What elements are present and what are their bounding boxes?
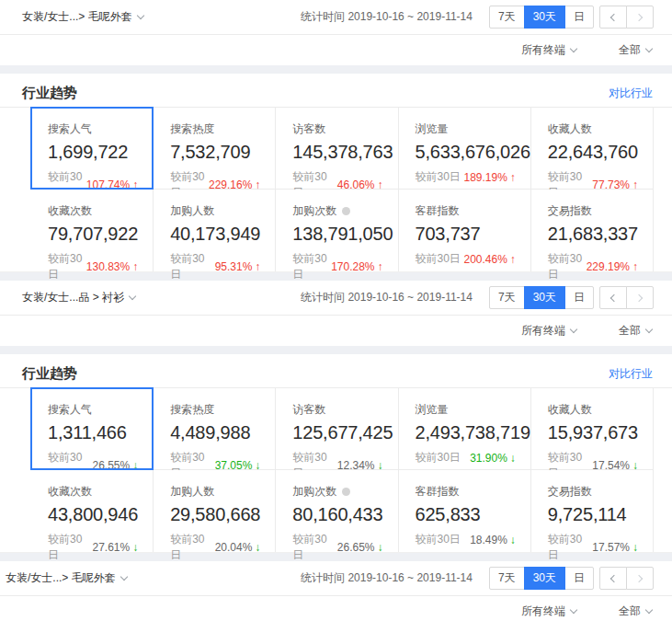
metric-card-search-heat[interactable]: 搜索热度 4,489,988 较前30日37.05% <box>154 388 276 470</box>
trend-up-icon <box>255 260 260 273</box>
metric-label: 加购人数 <box>170 203 214 219</box>
stat-time: 统计时间 2019-10-16 ~ 2019-11-14 <box>301 9 473 25</box>
metric-card-transaction-index[interactable]: 交易指数 9,725,114 较前30日17.57% <box>531 470 654 552</box>
scope-filter-label: 全部 <box>619 604 641 617</box>
scope-filter-dropdown[interactable]: 全部 <box>619 42 652 58</box>
range-7d-button[interactable]: 7天 <box>489 286 525 309</box>
terminal-filter-dropdown[interactable]: 所有终端 <box>521 42 576 58</box>
compare-label: 较前30日 <box>170 251 214 282</box>
info-dot-icon <box>342 207 350 215</box>
date-range-group: 7天 30天 日 <box>489 286 594 309</box>
metric-value: 4,489,988 <box>170 422 275 443</box>
section-coat: 女装/女士...> 毛呢外套 统计时间 2019-10-16 ~ 2019-11… <box>0 0 672 281</box>
metric-value: 145,378,763 <box>292 142 397 163</box>
metric-card-cart-count[interactable]: 加购次数 138,791,050 较前30日170.28% <box>276 190 398 271</box>
chevron-down-icon <box>129 293 136 300</box>
date-range-group: 7天 30天 日 <box>489 567 594 590</box>
metric-card-search-popularity[interactable]: 搜索人气 1,699,722 较前30日107.74% <box>31 108 154 190</box>
metric-card-pageviews[interactable]: 浏览量 5,633,676,026 较前30日189.19% <box>399 108 531 190</box>
terminal-filter-dropdown[interactable]: 所有终端 <box>521 604 576 619</box>
prev-period-button[interactable] <box>599 567 627 590</box>
scope-filter-label: 全部 <box>619 43 641 56</box>
metric-card-customer-index[interactable]: 客群指数 625,833 较前30日18.49% <box>399 470 531 552</box>
compare-label: 较前30日 <box>170 532 214 563</box>
metric-label: 搜索人气 <box>48 121 92 137</box>
metric-card-cart-users[interactable]: 加购人数 40,173,949 较前30日95.31% <box>154 190 276 271</box>
metric-label: 加购次数 <box>292 484 336 500</box>
metric-card-favorite-users[interactable]: 收藏人数 15,937,673 较前30日17.54% <box>531 388 654 470</box>
change-percent: 17.57% <box>592 541 630 554</box>
metric-card-cart-users[interactable]: 加购人数 29,580,668 较前30日20.04% <box>154 470 276 552</box>
change-percent: 200.46% <box>463 253 507 266</box>
metric-card-pageviews[interactable]: 浏览量 2,493,738,719 较前30日31.90% <box>399 388 531 470</box>
prev-period-button[interactable] <box>599 286 627 309</box>
range-30d-button[interactable]: 30天 <box>524 567 565 590</box>
category-breadcrumb[interactable]: 女装/女士...> 毛呢外套 <box>22 9 143 25</box>
stat-time-range: 2019-10-16 ~ 2019-11-14 <box>347 571 473 584</box>
chevron-down-icon <box>570 45 577 52</box>
metric-card-visitors[interactable]: 访客数 145,378,763 较前30日46.06% <box>276 108 398 190</box>
compare-label: 较前30日 <box>416 251 461 267</box>
stat-time: 统计时间 2019-10-16 ~ 2019-11-14 <box>301 570 473 586</box>
next-period-button[interactable] <box>626 6 654 29</box>
compare-label: 较前30日 <box>292 532 336 563</box>
metric-value: 703,737 <box>416 224 530 245</box>
next-period-button[interactable] <box>626 286 654 309</box>
compare-label: 较前30日 <box>416 169 461 185</box>
trend-down-icon <box>378 541 383 554</box>
panel-header: 行业趋势 对比行业 <box>0 74 672 107</box>
metric-label: 收藏次数 <box>48 203 92 219</box>
terminal-filter-label: 所有终端 <box>521 604 565 617</box>
panel-header: 行业趋势 对比行业 <box>0 354 672 387</box>
range-7d-button[interactable]: 7天 <box>489 6 525 29</box>
pager-group <box>599 6 654 29</box>
breadcrumb-text: 女装/女士...品 > 衬衫 <box>22 291 124 304</box>
pager-group <box>599 567 654 590</box>
compare-industry-link[interactable]: 对比行业 <box>609 366 653 382</box>
scope-filter-dropdown[interactable]: 全部 <box>619 323 652 339</box>
metric-card-search-popularity[interactable]: 搜索人气 1,311,466 较前30日26.55% <box>31 388 154 470</box>
metric-card-visitors[interactable]: 访客数 125,677,425 较前30日12.34% <box>276 388 398 470</box>
next-period-button[interactable] <box>626 567 654 590</box>
metric-value: 625,833 <box>416 504 530 525</box>
change-percent: 20.04% <box>215 541 253 554</box>
trend-down-icon <box>255 541 260 554</box>
trend-down-icon <box>510 534 516 546</box>
metric-label: 客群指数 <box>416 484 460 500</box>
metric-card-favorite-count[interactable]: 收藏次数 79,707,922 较前30日130.83% <box>31 190 154 271</box>
pager-group <box>599 286 654 309</box>
metric-value: 1,699,722 <box>48 142 153 163</box>
range-30d-button[interactable]: 30天 <box>524 6 565 29</box>
prev-period-button[interactable] <box>599 6 627 29</box>
range-7d-button[interactable]: 7天 <box>489 567 525 590</box>
chevron-down-icon <box>645 45 653 52</box>
scope-filter-dropdown[interactable]: 全部 <box>619 604 652 619</box>
metric-card-favorite-count[interactable]: 收藏次数 43,800,946 较前30日27.61% <box>31 470 154 552</box>
compare-industry-link[interactable]: 对比行业 <box>609 86 653 101</box>
range-day-button[interactable]: 日 <box>564 286 594 309</box>
filterbar: 所有终端 全部 <box>0 35 672 65</box>
chevron-right-icon <box>635 13 643 20</box>
metric-value: 2,493,738,719 <box>416 422 530 443</box>
range-day-button[interactable]: 日 <box>564 6 594 29</box>
category-breadcrumb[interactable]: 女装/女士...> 毛呢外套 <box>6 570 127 586</box>
metric-card-transaction-index[interactable]: 交易指数 21,683,337 较前30日229.19% <box>531 190 654 271</box>
time-controls: 统计时间 2019-10-16 ~ 2019-11-14 7天 30天 日 <box>301 567 654 590</box>
metric-card-cart-count[interactable]: 加购次数 80,160,433 较前30日26.65% <box>276 470 398 552</box>
stat-time-label: 统计时间 <box>301 10 345 23</box>
metric-card-customer-index[interactable]: 客群指数 703,737 较前30日200.46% <box>399 190 531 271</box>
chevron-down-icon <box>645 326 653 333</box>
compare-label: 较前30日 <box>548 532 592 563</box>
trend-up-icon <box>378 260 383 273</box>
chevron-left-icon <box>610 13 618 20</box>
change-percent: 31.90% <box>470 452 507 465</box>
category-breadcrumb[interactable]: 女装/女士...品 > 衬衫 <box>22 290 135 305</box>
trend-up-icon <box>632 260 638 273</box>
metric-card-favorite-users[interactable]: 收藏人数 22,643,760 较前30日77.73% <box>531 108 654 190</box>
range-30d-button[interactable]: 30天 <box>524 286 565 309</box>
range-day-button[interactable]: 日 <box>564 567 594 590</box>
metric-card-search-heat[interactable]: 搜索热度 7,532,709 较前30日229.16% <box>154 108 276 190</box>
section-divider <box>0 346 672 354</box>
topbar: 女装/女士...> 毛呢外套 统计时间 2019-10-16 ~ 2019-11… <box>0 0 672 35</box>
terminal-filter-dropdown[interactable]: 所有终端 <box>521 323 576 339</box>
